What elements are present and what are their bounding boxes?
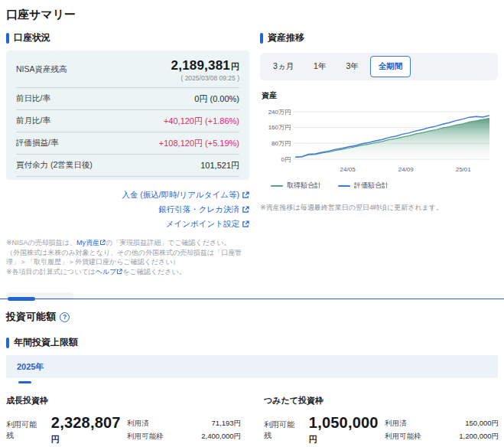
external-link-icon bbox=[242, 191, 249, 199]
day-change-label: 前日比/率 bbox=[16, 93, 50, 104]
help-link[interactable]: ヘルプ bbox=[96, 268, 117, 276]
svg-text:0円: 0円 bbox=[281, 156, 291, 163]
quota-section: 成長投資枠 利用可能残 2,328,807円 利用済71,193円 利用可能枠2… bbox=[6, 395, 498, 447]
legend-acquisition: 取得額合計 bbox=[271, 181, 321, 191]
deposit-link[interactable]: 入金 (振込/即時/リアルタイム等) bbox=[122, 190, 249, 201]
table-row: 前日比/率 0円 (0.00%) bbox=[16, 88, 239, 110]
table-row: 買付余力 (2営業日後) 101,521円 bbox=[16, 155, 239, 177]
remaining-amount: 利用可能残 1,050,000円 bbox=[264, 414, 385, 445]
chart-axis-title: 資産 bbox=[262, 90, 498, 101]
balance-value: 2,189,381円 bbox=[171, 59, 239, 72]
nisa-footnote: ※NISAの売却損益は、My資産の「実現損益詳細」でご確認ください。 （外国株式… bbox=[6, 238, 249, 276]
quota-name: 成長投資枠 bbox=[6, 395, 241, 406]
year-tab-bar: 2025年 bbox=[6, 355, 498, 378]
pl-value: +108,120円 (+5.19%) bbox=[159, 138, 239, 149]
my-asset-link[interactable]: My資産 bbox=[76, 239, 99, 246]
svg-text:25/01: 25/01 bbox=[456, 166, 472, 173]
table-row: NISA資産残高 2,189,381円 ( 2025/03/08 09:25 ) bbox=[16, 52, 239, 88]
account-status-table: NISA資産残高 2,189,381円 ( 2025/03/08 09:25 )… bbox=[6, 51, 249, 180]
bank-debit-link[interactable]: 銀行引落・クレカ決済 bbox=[158, 204, 249, 215]
active-tab-indicator bbox=[8, 297, 35, 301]
annual-limit-title: 年間投資上限額 bbox=[14, 336, 78, 349]
chart-update-note: ※資産推移は毎週最終営業日の翌日4時頃に更新されます。 bbox=[260, 203, 498, 213]
external-link-icon bbox=[99, 240, 106, 246]
asset-transition-panel: 資産推移 3ヵ月 1年 3年 全期間 資産 0円80万円160万円240万 bbox=[260, 31, 498, 292]
chart-legend: 取得額合計 評価額合計 bbox=[271, 181, 498, 191]
help-icon[interactable]: ? bbox=[60, 312, 70, 322]
account-status-panel: 口座状況 NISA資産残高 2,189,381円 ( 2025/03/08 09… bbox=[6, 31, 249, 292]
quota-name: つみたて投資枠 bbox=[264, 395, 499, 406]
divider-line bbox=[0, 299, 504, 299]
section-accent-bar bbox=[260, 33, 263, 44]
external-link-icon bbox=[242, 220, 249, 228]
asset-chart: 0円80万円160万円240万円24/0524/0925/01 bbox=[260, 101, 498, 178]
main-point-link[interactable]: メインポイント設定 bbox=[166, 219, 249, 230]
balance-label: NISA資産残高 bbox=[16, 64, 67, 75]
svg-text:240万円: 240万円 bbox=[268, 109, 291, 116]
month-change-value: +40,120円 (+1.86%) bbox=[164, 116, 239, 127]
table-row: 前月比/率 +40,120円 (+1.86%) bbox=[16, 110, 239, 132]
investable-title: 投資可能額 ? bbox=[6, 310, 498, 324]
balance-timestamp: ( 2025/03/08 09:25 ) bbox=[171, 74, 239, 82]
asset-transition-header: 資産推移 bbox=[260, 31, 498, 44]
period-tab-bar: 3ヵ月 1年 3年 全期間 bbox=[260, 53, 498, 80]
tab-1year[interactable]: 1年 bbox=[305, 56, 334, 77]
svg-text:160万円: 160万円 bbox=[268, 124, 291, 131]
svg-text:24/09: 24/09 bbox=[398, 166, 415, 173]
section-accent-bar bbox=[6, 338, 9, 348]
quick-links: 入金 (振込/即時/リアルタイム等) 銀行引落・クレカ決済 メインポイント設定 bbox=[6, 190, 249, 230]
legend-swatch bbox=[338, 185, 350, 187]
account-status-header: 口座状況 bbox=[6, 31, 249, 44]
day-change-value: 0円 (0.00%) bbox=[194, 93, 239, 105]
account-status-title: 口座状況 bbox=[14, 31, 50, 44]
annual-limit-header: 年間投資上限額 bbox=[6, 336, 498, 349]
asset-transition-title: 資産推移 bbox=[268, 31, 304, 44]
active-year-underline bbox=[18, 381, 31, 383]
remaining-amount: 利用可能残 2,328,807円 bbox=[6, 414, 127, 445]
tab-3years[interactable]: 3年 bbox=[337, 56, 366, 77]
tsumitate-quota: つみたて投資枠 利用可能残 1,050,000円 利用済150,000円 利用可… bbox=[264, 395, 499, 447]
section-accent-bar bbox=[6, 33, 9, 44]
svg-text:80万円: 80万円 bbox=[272, 140, 291, 147]
quota-detail-table: 利用済150,000円 利用可能枠1,200,000円 bbox=[385, 419, 499, 442]
legend-swatch bbox=[271, 185, 283, 187]
page: 口座サマリー 口座状況 NISA資産残高 2,189,381円 ( 2025/0… bbox=[0, 0, 504, 447]
page-title: 口座サマリー bbox=[6, 8, 498, 22]
top-section: 口座状況 NISA資産残高 2,189,381円 ( 2025/03/08 09… bbox=[6, 31, 498, 292]
month-change-label: 前月比/率 bbox=[16, 116, 50, 126]
svg-text:24/05: 24/05 bbox=[340, 166, 356, 173]
quota-detail-table: 利用済71,193円 利用可能枠2,400,000円 bbox=[127, 419, 241, 442]
growth-quota: 成長投資枠 利用可能残 2,328,807円 利用済71,193円 利用可能枠2… bbox=[6, 395, 241, 447]
section-divider bbox=[0, 292, 504, 301]
tab-all-period[interactable]: 全期間 bbox=[370, 56, 411, 77]
legend-valuation: 評価額合計 bbox=[338, 181, 389, 191]
asset-chart-svg: 0円80万円160万円240万円24/0524/0925/01 bbox=[260, 101, 494, 178]
tab-year-2025[interactable]: 2025年 bbox=[17, 361, 44, 373]
buying-power-value: 101,521円 bbox=[200, 160, 239, 171]
tab-3months[interactable]: 3ヵ月 bbox=[265, 56, 302, 77]
table-row: 評価損益/率 +108,120円 (+5.19%) bbox=[16, 132, 239, 155]
pl-label: 評価損益/率 bbox=[16, 138, 58, 148]
external-link-icon bbox=[242, 206, 249, 214]
buying-power-label: 買付余力 (2営業日後) bbox=[16, 160, 93, 171]
